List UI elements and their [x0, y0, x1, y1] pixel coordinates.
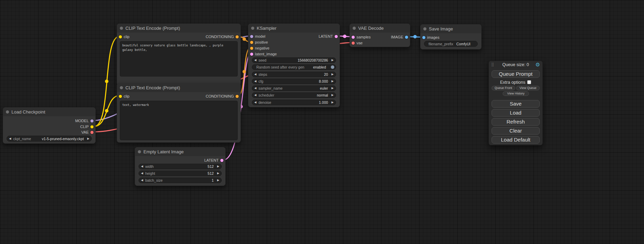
increment-arrow-icon[interactable]: ▶	[329, 57, 336, 63]
latent-image-input-dot[interactable]	[250, 53, 253, 56]
port-label: LATENT	[204, 158, 219, 162]
view-queue-button[interactable]: View Queue	[516, 86, 540, 90]
node-clip-text-encode-positive[interactable]: CLIP Text Encode (Prompt) clip CONDITION…	[117, 24, 241, 85]
increment-arrow-icon[interactable]: ▶	[329, 79, 336, 84]
model-output-dot[interactable]	[90, 119, 94, 123]
output-port-vae: VAE	[81, 130, 95, 135]
widget-label: ckpt_name	[13, 137, 31, 141]
decrement-arrow-icon[interactable]: ◀	[139, 178, 145, 183]
settings-gear-icon[interactable]: ⚙	[536, 62, 540, 68]
collapse-dot-icon[interactable]	[120, 86, 123, 89]
increment-arrow-icon[interactable]: ▶	[329, 92, 336, 98]
save-button[interactable]: Save	[492, 100, 540, 108]
queue-front-button[interactable]: Queue Front	[492, 86, 515, 90]
node-clip-text-encode-negative[interactable]: CLIP Text Encode (Prompt) clip CONDITION…	[117, 83, 241, 143]
load-default-button[interactable]: Load Default	[492, 136, 540, 144]
increment-arrow-icon[interactable]: ▶	[85, 136, 91, 142]
image-output-dot[interactable]	[405, 36, 408, 39]
collapse-dot-icon[interactable]	[251, 27, 254, 30]
batch-size-widget[interactable]: ◀ batch_size 1 ▶	[139, 178, 222, 183]
conditioning-output-dot[interactable]	[236, 35, 239, 38]
node-save-image[interactable]: Save Image images filename_prefix ComfyU…	[420, 24, 482, 49]
increment-arrow-icon[interactable]: ▶	[215, 164, 221, 169]
decrement-arrow-icon[interactable]: ◀	[252, 100, 258, 105]
steps-widget[interactable]: ◀ steps 20 ▶	[252, 72, 336, 77]
sampler-name-widget[interactable]: ◀ sampler_name euler ▶	[252, 85, 336, 91]
extra-options-checkbox[interactable]	[527, 80, 531, 84]
increment-arrow-icon[interactable]: ▶	[329, 72, 336, 77]
node-empty-latent-image[interactable]: Empty Latent Image LATENT ◀ width 512 ▶ …	[135, 147, 226, 186]
port-label: samples	[356, 35, 371, 39]
node-title-bar[interactable]: Empty Latent Image	[135, 147, 225, 156]
vae-input-dot[interactable]	[352, 42, 355, 45]
refresh-button[interactable]: Refresh	[492, 118, 540, 126]
input-port-images: images	[421, 35, 439, 40]
decrement-arrow-icon[interactable]: ◀	[139, 164, 145, 169]
port-label: MODEL	[75, 119, 89, 123]
prompt-textarea[interactable]: beautiful scenery nature glass bottle la…	[120, 41, 238, 76]
node-vae-decode[interactable]: VAE Decode samples IMAGE vae	[350, 24, 410, 47]
node-title-bar[interactable]: VAE Decode	[350, 24, 410, 33]
collapse-dot-icon[interactable]	[423, 27, 426, 30]
decrement-arrow-icon[interactable]: ◀	[252, 92, 258, 98]
node-title-bar[interactable]: Save Image	[421, 25, 481, 33]
width-widget[interactable]: ◀ width 512 ▶	[139, 164, 222, 169]
vae-output-dot[interactable]	[90, 131, 94, 134]
load-button[interactable]: Load	[492, 109, 540, 117]
clip-input-dot[interactable]	[119, 95, 122, 98]
samples-input-dot[interactable]	[352, 36, 355, 39]
collapse-dot-icon[interactable]	[120, 27, 123, 30]
positive-input-dot[interactable]	[250, 41, 253, 44]
filename-prefix-widget[interactable]: filename_prefix ComfyUI	[424, 41, 478, 47]
output-port-latent: LATENT	[204, 158, 225, 163]
collapse-dot-icon[interactable]	[138, 150, 141, 153]
negative-input-dot[interactable]	[250, 47, 253, 50]
decrement-arrow-icon[interactable]: ◀	[252, 57, 258, 63]
decrement-arrow-icon[interactable]: ◀	[7, 136, 13, 142]
input-port-negative: negative	[248, 46, 270, 51]
decrement-arrow-icon[interactable]: ◀	[252, 79, 258, 84]
port-label: CLIP	[80, 125, 89, 129]
queue-prompt-button[interactable]: Queue Prompt	[492, 70, 540, 78]
widget-label: batch_size	[145, 178, 162, 182]
node-title-bar[interactable]: KSampler	[248, 24, 339, 33]
height-widget[interactable]: ◀ height 512 ▶	[139, 171, 222, 176]
increment-arrow-icon[interactable]: ▶	[329, 85, 336, 91]
model-input-dot[interactable]	[250, 35, 253, 38]
decrement-arrow-icon[interactable]: ◀	[252, 85, 258, 91]
images-input-dot[interactable]	[422, 36, 425, 39]
node-title-bar[interactable]: Load Checkpoint	[3, 108, 95, 116]
ckpt-name-widget[interactable]: ◀ ckpt_name v1-5-pruned-emaonly.ckpt ▶	[7, 136, 92, 142]
prompt-textarea[interactable]: text, watermark	[120, 101, 238, 140]
toggle-dot[interactable]	[331, 65, 334, 69]
collapse-dot-icon[interactable]	[353, 27, 356, 30]
seed-widget[interactable]: ◀ seed 156680208700286 ▶	[252, 57, 336, 63]
latent-output-dot[interactable]	[335, 35, 338, 38]
increment-arrow-icon[interactable]: ▶	[215, 178, 221, 183]
port-label: CONDITIONING	[206, 94, 234, 98]
latent-output-dot[interactable]	[220, 159, 223, 162]
decrement-arrow-icon[interactable]: ◀	[252, 72, 258, 77]
node-load-checkpoint[interactable]: Load Checkpoint MODEL CLIP VAE ◀ ckpt_na…	[3, 107, 96, 144]
widget-value: 8.000	[263, 79, 329, 83]
input-port-positive: positive	[248, 40, 268, 45]
scheduler-widget[interactable]: ◀ scheduler normal ▶	[252, 92, 336, 98]
random-seed-toggle-widget[interactable]: Random seed after every gen enabled	[252, 64, 336, 70]
node-title-bar[interactable]: CLIP Text Encode (Prompt)	[117, 24, 240, 33]
denoise-widget[interactable]: ◀ denoise 1.000 ▶	[252, 100, 336, 105]
port-label: clip	[124, 35, 130, 39]
node-title: Save Image	[429, 26, 453, 31]
node-title-bar[interactable]: CLIP Text Encode (Prompt)	[117, 83, 240, 92]
collapse-dot-icon[interactable]	[6, 110, 9, 114]
conditioning-output-dot[interactable]	[236, 95, 239, 98]
view-history-button[interactable]: View History	[503, 91, 529, 96]
wire-midpoint-dot	[105, 80, 108, 83]
increment-arrow-icon[interactable]: ▶	[215, 171, 221, 176]
clear-button[interactable]: Clear	[492, 127, 540, 135]
clip-input-dot[interactable]	[119, 35, 122, 38]
clip-output-dot[interactable]	[90, 125, 94, 128]
cfg-widget[interactable]: ◀ cfg 8.000 ▶	[252, 79, 336, 84]
increment-arrow-icon[interactable]: ▶	[329, 100, 336, 105]
decrement-arrow-icon[interactable]: ◀	[139, 171, 145, 176]
node-ksampler[interactable]: KSampler model LATENT positive negative …	[248, 24, 340, 107]
